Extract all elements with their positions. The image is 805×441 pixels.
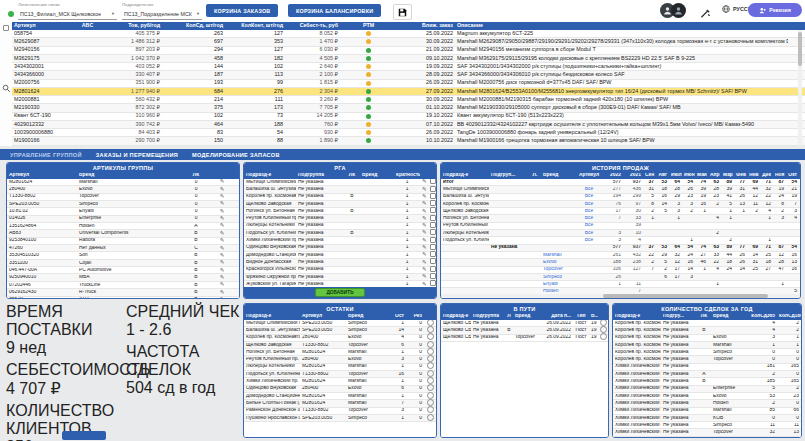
edit-icon[interactable]: ✎ xyxy=(420,238,428,244)
edit-icon[interactable]: ✎ xyxy=(210,290,234,296)
deals-row[interactable]: Химки Лихачёвский пр.Не указанаTopcover3… xyxy=(613,429,801,436)
tab-orders-movements[interactable]: ЗАКАЗЫ И ПЕРЕМЕЩЕНИЯ xyxy=(96,152,178,158)
stock-row[interactable]: Пушкино Ярославское ш.SPE203.0050Simpeco… xyxy=(244,415,436,422)
select-all-checkbox[interactable] xyxy=(3,25,9,31)
stock-row[interactable]: Домодедово СтанционнаяМ2801624Marshall10 xyxy=(244,393,436,400)
balance-basket-button[interactable]: КОРЗИНА БАЛАНСИРОВКИ xyxy=(288,4,381,17)
rga-row[interactable]: Люберцы КотельникиНе указана1✎ xyxy=(244,223,436,230)
sales-history-row[interactable]: Enyatti11111 xyxy=(441,281,800,288)
cell-article-all[interactable]: Все xyxy=(575,223,603,228)
group-article-row[interactable]: SPE203.0050Simpeco0✎ xyxy=(7,201,239,208)
tools-button[interactable] xyxy=(700,5,711,23)
article-row[interactable]: 3434366000330 407 ₽1871132 100 ₽28.09.20… xyxy=(12,71,805,79)
rga-row[interactable]: Фрязино Окружной пр.Не указана1✎ xyxy=(244,274,436,281)
stock-row[interactable]: Люберцы КотельникиМ2801624Marshall10 xyxy=(244,364,436,371)
sales-history-row[interactable]: Королёв пр. КосмонавтовВсе76978143316251… xyxy=(441,201,800,208)
stock-row[interactable]: Королёв пр. Космонавтов280400Exovo40 xyxy=(244,335,436,342)
edit-icon[interactable]: ✎ xyxy=(210,187,234,193)
stock-row[interactable]: Щёлково ЗаводскаяТ1330-8802Topcover60 xyxy=(244,342,436,349)
edit-icon[interactable]: ✎ xyxy=(420,209,428,215)
orders-basket-button[interactable]: КОРЗИНА ЗАКАЗОВ xyxy=(206,4,278,17)
edit-icon[interactable]: ✎ xyxy=(210,275,234,281)
cell-article-all[interactable]: Все xyxy=(575,202,603,207)
deals-row[interactable]: Королёв пр. КосмонавтовНе указанаВ42 xyxy=(613,327,801,334)
group-article-row[interactable]: 47260Нет данныхС✎ xyxy=(7,245,239,252)
group-article-row[interactable]: 0629162430R-TruckВ✎ xyxy=(7,289,239,296)
deals-row[interactable]: Королёв пр. КосмонавтовНе указанаSimpeco… xyxy=(613,349,801,356)
stock-row[interactable]: Белые Столбы-Гознак (70 км)М2801624Marsh… xyxy=(244,400,436,407)
edit-icon[interactable]: ✎ xyxy=(210,223,234,229)
division-select[interactable]: ПС13_Подразделение МСК ▼ xyxy=(122,8,202,20)
group-article-row[interactable]: 9250940010MBAВ✎ xyxy=(7,274,239,281)
tab-group-management[interactable]: УПРАВЛЕНИЕ ГРУППОЙ xyxy=(10,152,82,158)
article-row[interactable]: М2190330872 302 ₽3751737 705 ₽01.10.2022… xyxy=(12,104,805,112)
sales-history-row[interactable]: Simpeco266173 xyxy=(441,274,800,281)
info-icon[interactable] xyxy=(424,414,436,423)
group-article-row[interactable]: 35679ATDВ✎ xyxy=(7,297,239,299)
deals-row[interactable]: Королёв пр. КосмонавтовНе указана42 xyxy=(613,320,801,327)
rga-row[interactable]: Балашиха ш. ЭнтузиастовНе указана1✎ xyxy=(244,186,436,193)
cell-article-all[interactable]: Все xyxy=(575,238,603,243)
rga-row[interactable]: Подольск ул. ЮбилейнаяНе указанаВ1✎ xyxy=(244,230,436,237)
edit-icon[interactable]: ✎ xyxy=(210,201,234,207)
cell-article-all[interactable]: Все xyxy=(575,216,603,221)
article-row[interactable]: Квант 6СТ-190310 960 ₽1027314 205 ₽19.10… xyxy=(12,113,805,121)
rga-row[interactable]: Реутов Юбилейный пр.Не указана1✎ xyxy=(244,215,436,222)
stock-row[interactable]: Мытищи Олимпийский пр.SPE203.0050Simpeco… xyxy=(244,320,436,327)
deals-row[interactable]: Королёв пр. КосмонавтовНе указанаMarshal… xyxy=(613,342,801,349)
logistics-select[interactable]: ПС13_Филиал_МСК Щелковское ▼ xyxy=(18,8,117,20)
edit-icon[interactable]: ✎ xyxy=(420,179,428,185)
sales-history-row[interactable]: Topcover10612772171414241425274716 xyxy=(441,267,800,274)
info-icon[interactable] xyxy=(598,333,608,342)
in-transit-row[interactable]: Щёлково СБАНе указана26.09.2022Пост19 xyxy=(441,320,608,327)
sales-history-row[interactable]: Exovo1882382512164622182631182813 xyxy=(441,259,800,266)
edit-icon[interactable]: ✎ xyxy=(420,274,428,280)
in-transit-row[interactable]: Щёлково СБАНе указанаВ26.09.2022Пост19 xyxy=(441,327,608,334)
article-row[interactable]: М2000756351 900 ₽193991 815 ₽26.09.2022M… xyxy=(12,80,805,88)
deals-row[interactable]: Химки Лихачёвский пр.Не указанаHolden20 xyxy=(613,400,801,407)
rga-row[interactable]: Мытищи Олимпийский пр.Не указана1✎ xyxy=(244,179,436,186)
stock-row[interactable]: Реутов Юбилейный пр.280400Exovo30 xyxy=(244,356,436,363)
main-table-scrollbar[interactable] xyxy=(798,30,802,146)
article-row[interactable]: М2940156897 203 ₽2941276 030 ₽21.09.2022… xyxy=(12,47,805,55)
edit-icon[interactable]: ✎ xyxy=(420,267,428,273)
article-row[interactable]: 058754405 375 ₽2631278 052 ₽25.09.2022Ma… xyxy=(12,30,805,38)
edit-icon[interactable]: ✎ xyxy=(210,297,234,298)
deals-row[interactable]: Королёв пр. КосмонавтовНе указанаExovo31 xyxy=(613,335,801,342)
article-row[interactable]: М2000881560 432 ₽2141113 260 ₽30.09.2022… xyxy=(12,96,805,104)
group-article-row[interactable]: 35304510320SorlВ✎ xyxy=(7,252,239,259)
row-checkbox[interactable] xyxy=(428,280,436,287)
sales-history-row[interactable]: Подольск ул. ЮбилейнаяВсе34121 xyxy=(441,237,800,244)
edit-icon[interactable]: ✎ xyxy=(210,231,234,237)
edit-icon[interactable]: ✎ xyxy=(210,282,234,288)
article-row[interactable]: М36291751 042 370 ₽4581824 505 ₽09.10.20… xyxy=(12,55,805,63)
deals-row[interactable]: Химки Лихачёвский пр.Не указанаА20 xyxy=(613,371,801,378)
group-article-row[interactable]: 9253840100RaboraВ✎ xyxy=(7,238,239,245)
group-article-row[interactable]: М2801624Marshall0✎ xyxy=(7,179,239,186)
edit-icon[interactable]: ✎ xyxy=(420,223,428,229)
cell-article-all[interactable]: Все xyxy=(575,187,603,192)
cell-article-all[interactable]: Все xyxy=(575,194,603,199)
cell-article-all[interactable]: Все xyxy=(575,209,603,214)
save-button[interactable] xyxy=(393,4,412,20)
edit-icon[interactable]: ✎ xyxy=(210,268,234,274)
edit-icon[interactable]: ✎ xyxy=(210,246,234,252)
edit-icon[interactable]: ✎ xyxy=(210,260,234,266)
rga-row[interactable]: Красногорск Ильинское ш.Не указана1✎ xyxy=(244,267,436,274)
deals-row[interactable]: Химки Лихачёвский пр.Не указанаMarshall8… xyxy=(613,408,801,415)
cell-article-all[interactable]: Все xyxy=(575,231,603,236)
stock-row[interactable]: Балашиха ш. ЭнтузиастовSPE203.0050Simpec… xyxy=(244,327,436,334)
magnifier-icon[interactable] xyxy=(2,79,11,97)
edit-icon[interactable]: ✎ xyxy=(420,252,428,258)
stock-row[interactable]: Раменское Донинское ш.Т1330-8802Topcover… xyxy=(244,408,436,415)
sales-history-row[interactable]: Итог577937375364547463897769718754 xyxy=(441,179,800,186)
edit-icon[interactable]: ✎ xyxy=(210,194,234,200)
sales-history-row[interactable]: Ногинск ул. БетоннаяВсе7331141134 xyxy=(441,215,800,222)
sales-history-row[interactable]: Реутов Юбилейный пр.Все39 xyxy=(441,223,800,230)
sales-history-row[interactable]: Люберцы КотельникиВсе3102 xyxy=(441,230,800,237)
group-article-row[interactable]: 3351100CojaliВ✎ xyxy=(7,260,239,267)
sales-history-row[interactable]: Не указана577937375364547463897769718754 xyxy=(441,245,800,252)
edit-icon[interactable]: ✎ xyxy=(420,230,428,236)
rga-row[interactable]: Королёв пр. КосмонавтовНе указанаВ1✎ xyxy=(244,194,436,201)
edit-icon[interactable]: ✎ xyxy=(210,216,234,222)
